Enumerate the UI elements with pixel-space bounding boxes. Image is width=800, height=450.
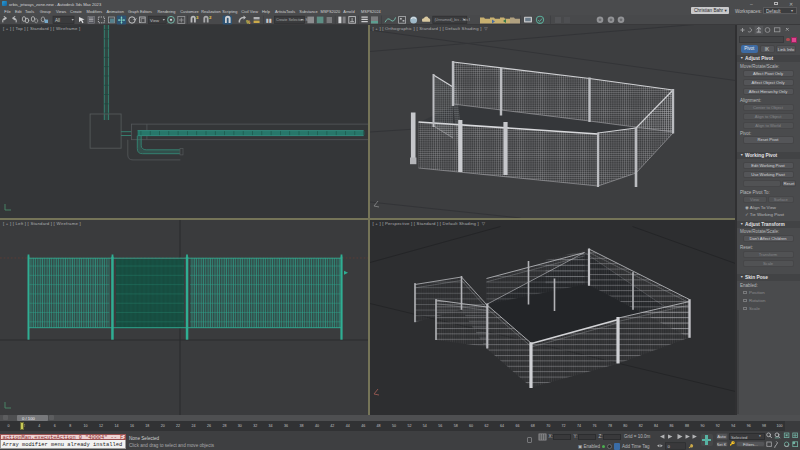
svg-text:2: 2 — [209, 15, 212, 20]
svg-text:3: 3 — [196, 15, 199, 20]
svg-text:View: View — [150, 17, 160, 22]
svg-text:▮▮: ▮▮ — [266, 17, 272, 23]
svg-text:(Unnamed)_bis - 3ds Max: (Unnamed)_bis - 3ds Max — [434, 18, 470, 22]
svg-text:All: All — [55, 17, 60, 22]
svg-text:%: % — [246, 19, 250, 24]
svg-text:Create Selection Set: Create Selection Set — [276, 18, 312, 22]
